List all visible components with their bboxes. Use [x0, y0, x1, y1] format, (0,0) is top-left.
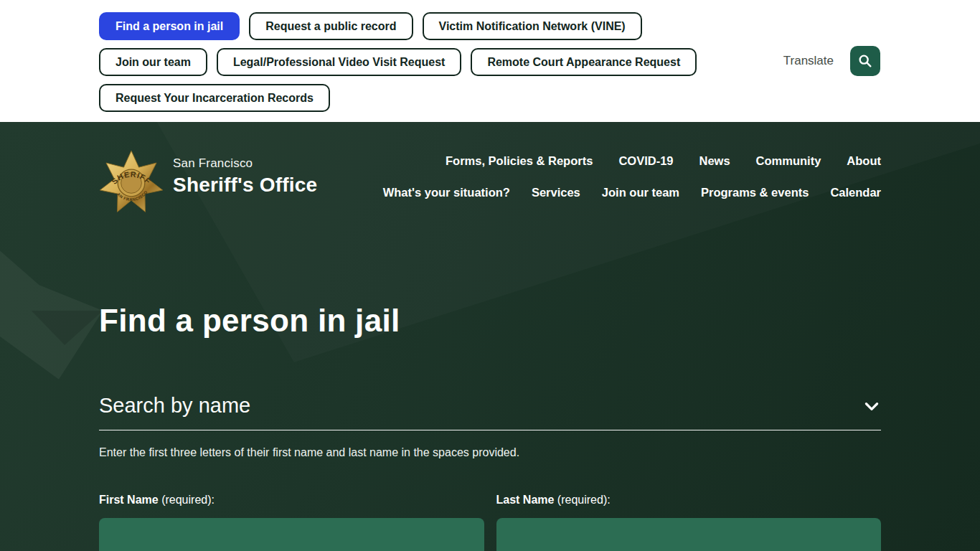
search-button[interactable]	[850, 46, 880, 76]
quick-link-vine[interactable]: Victim Notification Network (VINE)	[423, 12, 642, 40]
section-divider	[99, 430, 881, 430]
main-nav-row-1: Forms, Policies & Reports COVID-19 News …	[383, 154, 881, 168]
nav-forms-policies-reports[interactable]: Forms, Policies & Reports	[446, 154, 593, 168]
name-search-form: First Name (required): Last Name (requir…	[99, 494, 881, 551]
nav-community[interactable]: Community	[756, 154, 821, 168]
quick-link-video-visit-request[interactable]: Legal/Professional Video Visit Request	[217, 48, 462, 76]
chevron-down-icon	[862, 397, 881, 415]
main-nav: Forms, Policies & Reports COVID-19 News …	[383, 154, 881, 199]
first-name-label-suffix: (required):	[159, 494, 215, 506]
quick-link-incarceration-records[interactable]: Request Your Incarceration Records	[99, 84, 330, 112]
nav-calendar[interactable]: Calendar	[830, 186, 881, 199]
translate-link[interactable]: Translate	[783, 54, 834, 68]
search-by-name-accordion-header[interactable]: Search by name	[99, 394, 881, 418]
page-title: Find a person in jail	[99, 303, 881, 339]
sheriff-star-badge-logo: SHERIFF SAN FRANCISCO	[99, 146, 164, 220]
nav-services[interactable]: Services	[532, 186, 580, 199]
brand-text: San Francisco Sheriff's Office	[173, 146, 317, 197]
main-nav-row-2: What's your situation? Services Join our…	[383, 186, 881, 199]
nav-programs-events[interactable]: Programs & events	[701, 186, 809, 199]
hero-section: SHERIFF SAN FRANCISCO San Francisco Sher…	[0, 122, 980, 551]
utility-header: Find a person in jail Request a public r…	[0, 0, 980, 122]
search-by-name-section: Search by name Enter the first three let…	[99, 394, 881, 551]
header-utility-group: Translate	[783, 46, 880, 76]
quick-link-find-person-in-jail[interactable]: Find a person in jail	[99, 12, 240, 40]
first-name-label-bold: First Name	[99, 494, 159, 506]
first-name-input[interactable]	[99, 518, 484, 551]
last-name-label-suffix: (required):	[554, 494, 610, 506]
nav-whats-your-situation[interactable]: What's your situation?	[383, 186, 510, 199]
last-name-label: Last Name (required):	[496, 494, 611, 506]
quick-links-nav: Find a person in jail Request a public r…	[99, 12, 716, 112]
first-name-label: First Name (required):	[99, 494, 215, 506]
last-name-input[interactable]	[496, 518, 882, 551]
section-title: Search by name	[99, 394, 250, 418]
quick-link-remote-court-appearance[interactable]: Remote Court Appearance Request	[471, 48, 697, 76]
search-instructions: Enter the first three letters of their f…	[99, 446, 881, 459]
nav-join-our-team[interactable]: Join our team	[602, 186, 679, 199]
quick-link-join-our-team[interactable]: Join our team	[99, 48, 207, 76]
last-name-field-group: Last Name (required):	[496, 494, 882, 551]
nav-news[interactable]: News	[699, 154, 730, 168]
search-icon	[857, 53, 873, 69]
brand-name: Sheriff's Office	[173, 174, 317, 197]
quick-link-request-public-record[interactable]: Request a public record	[249, 12, 413, 40]
last-name-label-bold: Last Name	[496, 494, 555, 506]
brand-city: San Francisco	[173, 156, 317, 171]
nav-covid-19[interactable]: COVID-19	[618, 154, 673, 168]
nav-about[interactable]: About	[847, 154, 881, 168]
first-name-field-group: First Name (required):	[99, 494, 484, 551]
